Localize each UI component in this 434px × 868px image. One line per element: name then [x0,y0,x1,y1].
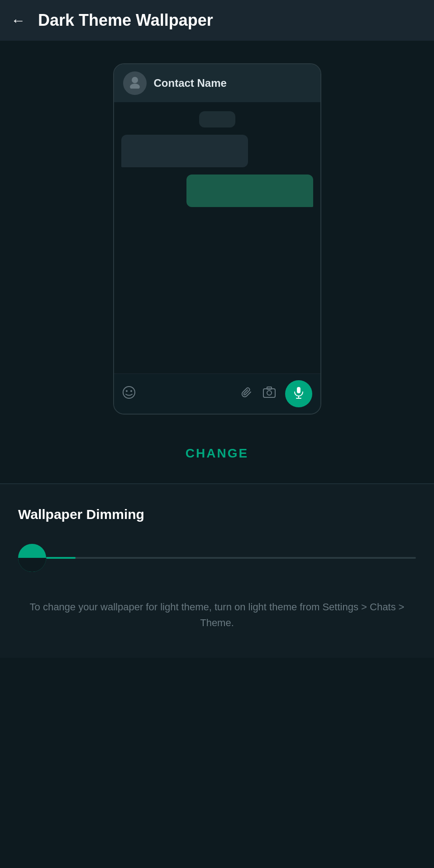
avatar-icon [128,75,142,92]
footer-hint-text: To change your wallpaper for light theme… [18,599,416,631]
attach-icon[interactable] [241,386,253,402]
svg-point-1 [130,84,140,89]
app-header: ← Dark Theme Wallpaper [0,0,434,41]
mic-button[interactable] [285,380,312,407]
date-bubble [199,111,235,127]
sent-message [186,175,313,207]
phone-mockup: Contact Name [113,63,321,415]
camera-icon[interactable] [262,386,276,402]
page-title: Dark Theme Wallpaper [38,11,213,30]
back-button[interactable]: ← [11,12,25,29]
chat-body [114,102,320,373]
svg-rect-8 [297,387,300,393]
svg-point-6 [267,391,272,395]
slider-container [18,544,416,572]
mic-icon [292,386,305,402]
contact-name: Contact Name [154,77,227,90]
dimming-title: Wallpaper Dimming [18,507,416,522]
chat-header: Contact Name [114,64,320,102]
emoji-icon[interactable] [122,386,136,402]
chat-input-bar [114,373,320,414]
svg-rect-5 [263,389,275,397]
change-button[interactable]: CHANGE [186,446,248,461]
avatar [123,71,147,95]
dimming-slider-fill [46,557,76,559]
preview-area: Contact Name [0,41,434,428]
svg-point-4 [130,390,132,392]
svg-rect-7 [267,387,272,389]
svg-point-0 [132,77,138,83]
dimming-section: Wallpaper Dimming To change your wallpap… [0,484,434,658]
dimming-slider-icon [18,544,46,572]
change-button-area: CHANGE [0,428,434,483]
dimming-slider-track[interactable] [46,557,416,559]
svg-point-2 [123,387,135,398]
svg-point-3 [126,390,128,392]
received-message [121,135,248,167]
